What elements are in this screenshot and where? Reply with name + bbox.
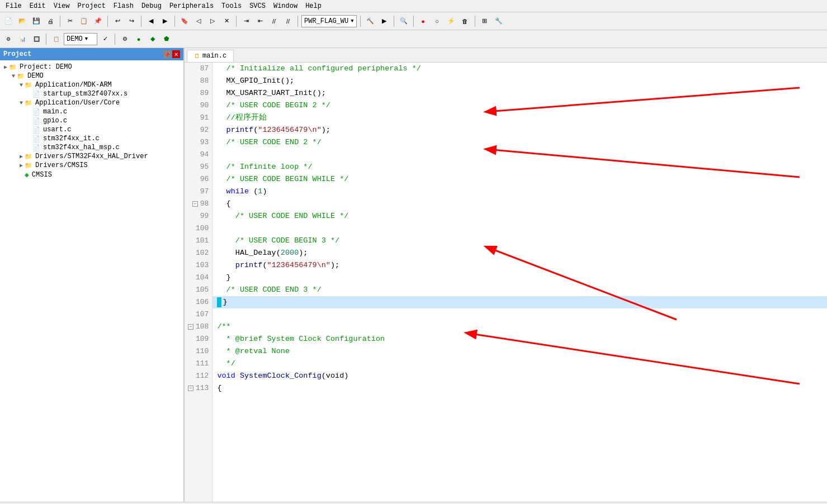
code-line-103[interactable]: printf("1236456479\n"); <box>212 259 827 272</box>
code-line-90[interactable]: /* USER CODE BEGIN 2 */ <box>212 99 827 112</box>
code-line-89[interactable]: MX_USART2_UART_Init(); <box>212 87 827 99</box>
config1-button[interactable]: ⚙ <box>2 33 15 45</box>
search-button[interactable]: 🔍 <box>398 15 410 27</box>
fold-icon-98[interactable]: − <box>192 201 198 207</box>
sep9 <box>413 16 414 27</box>
new-file-button[interactable]: 📄 <box>2 15 15 27</box>
sidebar-item-stm32f4xx_it[interactable]: 📄stm32f4xx_it.c <box>0 134 183 143</box>
code-line-112[interactable]: void SystemClock_Config(void) <box>212 370 827 382</box>
tree-node-icon: 📄 <box>32 144 40 151</box>
sidebar-item-drivers_cmsis[interactable]: ▶📁Drivers/CMSIS <box>0 161 183 170</box>
debug-run-button[interactable]: ▶ <box>378 15 390 27</box>
bookmark-button[interactable]: 🔖 <box>178 15 191 27</box>
erase-button[interactable]: 🗑 <box>459 15 471 27</box>
code-line-91[interactable]: //程序开始 <box>212 112 827 124</box>
code-line-99[interactable]: /* USER CODE END WHILE */ <box>212 210 827 222</box>
code-line-88[interactable]: MX_GPIO_Init(); <box>212 75 827 87</box>
sidebar-item-main_c[interactable]: 📄main.c <box>0 107 183 116</box>
code-line-113[interactable]: { <box>212 382 827 394</box>
indent-button[interactable]: ⇥ <box>240 15 252 27</box>
code-line-92[interactable]: printf("1236456479\n"); <box>212 124 827 136</box>
code-line-109[interactable]: * @brief System Clock Configuration <box>212 333 827 345</box>
sidebar-item-startup[interactable]: 📄startup_stm32f407xx.s <box>0 89 183 98</box>
code-line-110[interactable]: * @retval None <box>212 345 827 358</box>
sidebar-item-drivers_stm[interactable]: ▶📁Drivers/STM32F4xx_HAL_Driver <box>0 152 183 161</box>
sidebar-item-gpio_c[interactable]: 📄gpio.c <box>0 116 183 125</box>
menu-project[interactable]: Project <box>74 1 108 11</box>
code-line-102[interactable]: HAL_Delay(2000); <box>212 247 827 259</box>
code-line-97[interactable]: while (1) <box>212 186 827 198</box>
green3-button[interactable]: ⬟ <box>160 33 173 45</box>
print-button[interactable]: 🖨 <box>44 15 56 27</box>
bookmark-clear[interactable]: ✕ <box>220 15 233 27</box>
code-line-94[interactable] <box>212 149 827 161</box>
menu-window[interactable]: Window <box>270 1 301 11</box>
sidebar-item-stm32f4xx_hal[interactable]: 📄stm32f4xx_hal_msp.c <box>0 143 183 152</box>
menu-debug[interactable]: Debug <box>138 1 165 11</box>
sidebar-item-root[interactable]: ▶📁Project: DEMO <box>0 63 183 72</box>
tab-main-c[interactable]: 🗒 main.c <box>187 50 234 62</box>
check-button[interactable]: ✓ <box>99 33 111 45</box>
gen-button[interactable]: ⚙ <box>119 33 131 45</box>
paste-button[interactable]: 📌 <box>92 15 104 27</box>
copy-button[interactable]: 📋 <box>78 15 90 27</box>
step-button[interactable]: ○ <box>431 15 443 27</box>
undo-button[interactable]: ↩ <box>111 15 124 27</box>
menu-view[interactable]: View <box>50 1 73 11</box>
close-sidebar-button[interactable]: ✕ <box>172 50 180 58</box>
menu-edit[interactable]: Edit <box>26 1 49 11</box>
redo-button[interactable]: ↪ <box>125 15 138 27</box>
sidebar-item-app_user[interactable]: ▼📁Application/User/Core <box>0 98 183 107</box>
code-line-87[interactable]: /* Initialize all configured peripherals… <box>212 63 827 75</box>
cut-button[interactable]: ✂ <box>64 15 76 27</box>
config3-button[interactable]: 🔲 <box>30 33 42 45</box>
fold-icon-113[interactable]: − <box>188 386 193 391</box>
build-button[interactable]: 🔨 <box>364 15 376 27</box>
green1-button[interactable]: ● <box>133 33 145 45</box>
code-line-107[interactable] <box>212 308 827 321</box>
bookmark-next[interactable]: ▷ <box>206 15 219 27</box>
code-line-104[interactable]: } <box>212 272 827 284</box>
sidebar-item-demo[interactable]: ▼📁DEMO <box>0 72 183 80</box>
tree-node-label: Project: DEMO <box>20 63 72 71</box>
comment-button[interactable]: // <box>268 15 280 27</box>
settings-icon-button[interactable]: 🔧 <box>493 15 505 27</box>
menu-svcs[interactable]: SVCS <box>246 1 269 11</box>
menu-flash[interactable]: Flash <box>110 1 137 11</box>
stop-button[interactable]: ● <box>417 15 429 27</box>
code-content[interactable]: /* Initialize all configured peripherals… <box>212 63 827 502</box>
menu-peripherals[interactable]: Peripherals <box>166 1 217 11</box>
uncomment-button[interactable]: // <box>282 15 294 27</box>
ioc-button[interactable]: 📋 <box>50 33 62 45</box>
sidebar-item-cmsis[interactable]: ◆CMSIS <box>0 170 183 180</box>
code-line-106[interactable]: } <box>212 296 827 308</box>
green2-button[interactable]: ◆ <box>147 33 159 45</box>
sidebar-item-usart_c[interactable]: 📄usart.c <box>0 125 183 134</box>
code-line-105[interactable]: /* USER CODE END 3 */ <box>212 284 827 296</box>
code-line-108[interactable]: /** <box>212 321 827 333</box>
prev-button[interactable]: ◀ <box>145 15 157 27</box>
config2-button[interactable]: 📊 <box>16 33 29 45</box>
pin-button[interactable]: 📌 <box>163 50 171 58</box>
next-button[interactable]: ▶ <box>159 15 171 27</box>
menu-tools[interactable]: Tools <box>218 1 245 11</box>
flash-button[interactable]: ⚡ <box>445 15 457 27</box>
menu-help[interactable]: Help <box>302 1 325 11</box>
code-line-101[interactable]: /* USER CODE BEGIN 3 */ <box>212 235 827 247</box>
code-line-100[interactable] <box>212 222 827 235</box>
bookmark-prev[interactable]: ◁ <box>192 15 205 27</box>
code-line-111[interactable]: */ <box>212 358 827 370</box>
open-button[interactable]: 📂 <box>16 15 29 27</box>
target-dropdown[interactable]: PWR_FLAG_WU ▼ <box>301 15 357 27</box>
grid-button[interactable]: ⊞ <box>479 15 491 27</box>
code-line-95[interactable]: /* Infinite loop */ <box>212 161 827 173</box>
menu-file[interactable]: File <box>2 1 25 11</box>
save-button[interactable]: 💾 <box>30 15 42 27</box>
project-dropdown[interactable]: DEMO ▼ <box>64 33 97 45</box>
fold-icon-108[interactable]: − <box>188 324 193 330</box>
unindent-button[interactable]: ⇤ <box>254 15 266 27</box>
sidebar-item-app_mdk[interactable]: ▼📁Application/MDK-ARM <box>0 80 183 89</box>
code-line-96[interactable]: /* USER CODE BEGIN WHILE */ <box>212 173 827 186</box>
code-line-98[interactable]: { <box>212 198 827 210</box>
code-line-93[interactable]: /* USER CODE END 2 */ <box>212 136 827 149</box>
